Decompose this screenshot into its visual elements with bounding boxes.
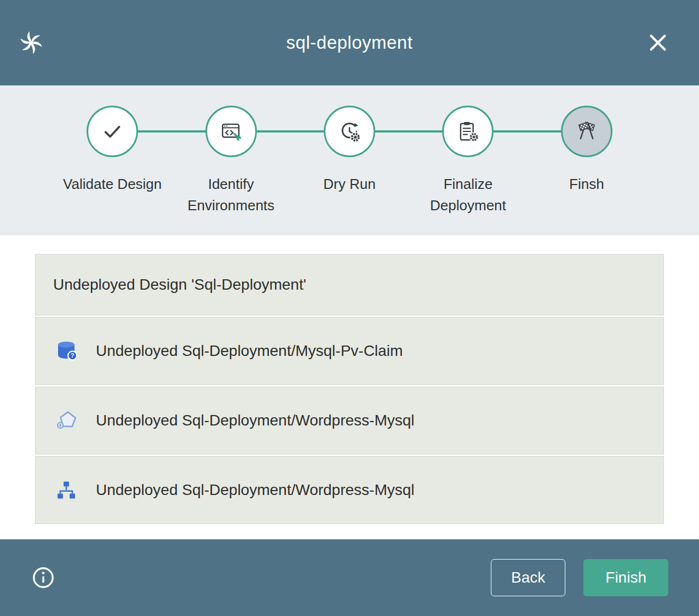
step-label: Finalize Deployment xyxy=(409,174,527,216)
check-icon xyxy=(87,106,138,157)
database-icon: ? xyxy=(53,338,79,364)
meshery-swirl-icon xyxy=(16,28,46,57)
svg-text:?: ? xyxy=(71,352,75,359)
result-row-design: Undeployed Design 'Sql-Deployment' xyxy=(35,254,664,315)
result-text: Undeployed Sql-Deployment/Wordpress-Mysq… xyxy=(96,481,415,499)
back-button[interactable]: Back xyxy=(491,559,565,596)
stepper-steps: Validate Design Iden xyxy=(0,85,699,216)
footer-actions: Back Finish xyxy=(491,559,668,596)
result-text: Undeployed Design 'Sql-Deployment' xyxy=(53,276,306,293)
deployment-results: Undeployed Design 'Sql-Deployment' ? Und… xyxy=(0,235,699,539)
info-button[interactable] xyxy=(31,565,56,590)
result-row-wordpress-mysql-2: Undeployed Sql-Deployment/Wordpress-Mysq… xyxy=(35,456,664,524)
step-label: Finsh xyxy=(569,174,604,195)
checkered-flags-icon xyxy=(561,106,612,157)
code-window-wrench-icon xyxy=(205,106,257,157)
step-label: Identify Environments xyxy=(172,174,290,216)
step-label: Dry Run xyxy=(323,174,375,195)
history-gear-icon xyxy=(324,106,375,157)
step-validate-design: Validate Design xyxy=(53,106,171,216)
close-x-icon xyxy=(645,30,671,55)
result-row-wordpress-mysql-1: Undeployed Sql-Deployment/Wordpress-Mysq… xyxy=(35,387,664,454)
mesh-pentagon-icon xyxy=(53,407,79,434)
step-identify-environments: Identify Environments xyxy=(171,106,290,216)
result-row-pv-claim: ? Undeployed Sql-Deployment/Mysql-Pv-Cla… xyxy=(35,317,664,385)
close-button[interactable] xyxy=(645,30,671,55)
modal-header: sql-deployment xyxy=(0,0,699,85)
step-finish: Finsh xyxy=(528,106,646,216)
deployment-modal: sql-deployment Validate Design xyxy=(0,0,699,616)
modal-title: sql-deployment xyxy=(0,32,699,53)
hierarchy-icon xyxy=(53,477,79,503)
result-text: Undeployed Sql-Deployment/Mysql-Pv-Claim xyxy=(96,342,403,360)
finish-button[interactable]: Finish xyxy=(583,559,668,596)
result-text: Undeployed Sql-Deployment/Wordpress-Mysq… xyxy=(96,412,415,429)
step-dry-run: Dry Run xyxy=(290,106,409,216)
step-label: Validate Design xyxy=(63,174,162,195)
step-finalize-deployment: Finalize Deployment xyxy=(409,106,527,216)
info-circle-icon xyxy=(31,565,56,590)
stepper: Validate Design Iden xyxy=(0,85,699,235)
clipboard-gear-icon xyxy=(442,106,494,157)
modal-footer: Back Finish xyxy=(0,539,699,616)
